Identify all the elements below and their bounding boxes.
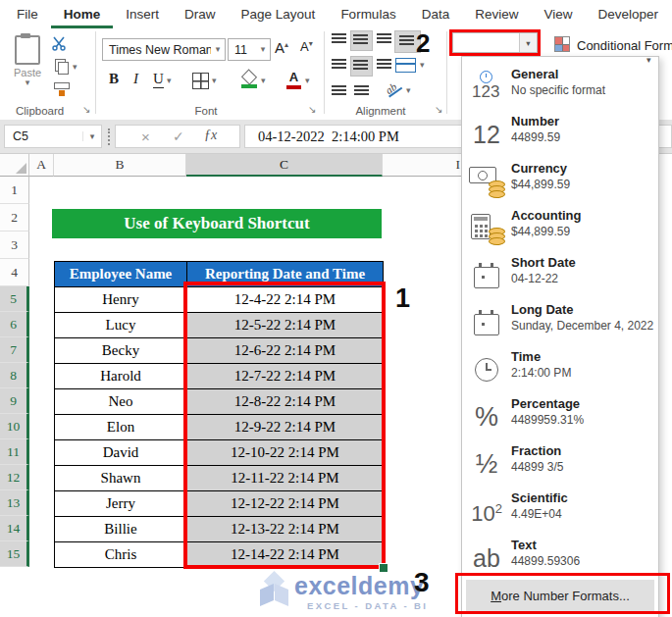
row-header-13[interactable]: 13 [0, 490, 29, 516]
select-all-corner[interactable] [0, 154, 29, 177]
cell-name[interactable]: Elon [55, 415, 187, 440]
annotation-box-more-formats [455, 573, 670, 614]
tab-review[interactable]: Review [462, 0, 531, 28]
chevron-down-icon[interactable]: ▾ [73, 63, 78, 72]
number-format-dropdown-button[interactable]: ▾ [519, 33, 537, 52]
insert-function-button[interactable]: ƒx [204, 128, 217, 143]
cancel-button[interactable]: × [141, 129, 150, 145]
font-dialog-launcher-icon[interactable]: ↘ [308, 104, 316, 115]
tab-view[interactable]: View [531, 0, 585, 28]
tab-home[interactable]: Home [51, 0, 114, 28]
chevron-down-icon[interactable]: ▾ [305, 77, 310, 85]
enter-button[interactable]: ✓ [173, 129, 184, 144]
fill-handle[interactable] [379, 563, 388, 573]
font-color-button[interactable]: A [286, 70, 301, 89]
cut-scissors-icon[interactable] [51, 35, 67, 51]
cell-name[interactable]: Jerry [55, 491, 187, 517]
row-header-9[interactable]: 9 [0, 388, 29, 414]
font-size-value: 11 [229, 43, 256, 57]
cell-name[interactable]: Becky [55, 338, 187, 364]
font-name-combobox[interactable]: Times New Roman ▾ [102, 38, 226, 61]
column-header-c[interactable]: C [186, 154, 383, 177]
cell-name[interactable]: Chris [55, 542, 187, 568]
tab-insert[interactable]: Insert [113, 0, 172, 28]
tab-draw[interactable]: Draw [172, 0, 229, 28]
bottom-align-button[interactable] [377, 33, 391, 45]
tab-file[interactable]: File [0, 0, 51, 28]
column-header-a[interactable]: A [29, 154, 54, 177]
align-left-button[interactable] [332, 59, 346, 71]
tab-formulas[interactable]: Formulas [328, 0, 408, 28]
orientation-button[interactable]: ab [384, 80, 399, 96]
fill-color-button[interactable] [241, 71, 257, 88]
bold-button[interactable]: B [109, 71, 119, 87]
cell-name[interactable]: Neo [55, 389, 187, 415]
row-header-2[interactable]: 2 [0, 204, 29, 231]
middle-align-button[interactable] [350, 30, 373, 51]
row-header-4[interactable]: 4 [0, 259, 29, 286]
font-size-combobox[interactable]: 11 ▾ [228, 38, 271, 61]
top-align-button[interactable] [332, 33, 346, 45]
format-option-time[interactable]: Time 2:14:00 PM [462, 347, 658, 392]
conditional-formatting-button[interactable]: Conditional Forma [577, 38, 672, 53]
row-header-10[interactable]: 10 [0, 414, 29, 439]
row-header-5[interactable]: 5 [0, 286, 29, 312]
row-header-6[interactable]: 6 [0, 312, 29, 337]
name-box[interactable]: C5 ▾ [4, 125, 102, 148]
tab-data[interactable]: Data [409, 0, 463, 28]
row-header-14[interactable]: 14 [0, 516, 29, 541]
number-format-combobox[interactable]: ▾ [452, 32, 538, 53]
format-option-long-date[interactable]: Long Date Sunday, December 4, 2022 [462, 300, 658, 345]
cell-name[interactable]: Lucy [55, 313, 187, 338]
cell-name[interactable]: Billie [55, 517, 187, 542]
column-header-b[interactable]: B [54, 154, 186, 177]
decrease-indent-button[interactable] [332, 85, 346, 97]
chevron-down-icon[interactable]: ▾ [646, 55, 651, 65]
row-header-7[interactable]: 7 [0, 337, 29, 363]
center-button[interactable] [350, 56, 373, 77]
underline-button[interactable]: U [153, 71, 164, 88]
borders-button[interactable] [192, 73, 209, 89]
chevron-down-icon[interactable]: ▾ [82, 131, 101, 141]
chevron-down-icon[interactable]: ▾ [212, 77, 217, 85]
format-option-fraction[interactable]: ½ Fraction 44899 3/5 [462, 441, 658, 487]
grow-font-button[interactable]: A▴ [275, 39, 288, 56]
format-painter-icon[interactable] [54, 82, 70, 96]
row-header-3[interactable]: 3 [0, 231, 29, 259]
align-right-button[interactable] [377, 59, 391, 71]
row-header-8[interactable]: 8 [0, 363, 29, 388]
italic-button[interactable]: I [133, 71, 138, 87]
cell-name[interactable]: Shawn [55, 466, 187, 491]
row-header-15[interactable]: 15 [0, 541, 29, 567]
format-option-percentage[interactable]: % Percentage 4489959.31% [462, 394, 658, 439]
paste-button[interactable]: Paste ▾ [6, 32, 49, 97]
tab-page-layout[interactable]: Page Layout [229, 0, 329, 28]
ribbon-tab-bar: File Home Insert Draw Page Layout Formul… [0, 0, 672, 28]
chevron-down-icon[interactable]: ▾ [420, 61, 425, 70]
format-option-accounting[interactable]: Accounting $44,899.59 [462, 206, 658, 251]
alignment-dialog-launcher-icon[interactable]: ↘ [435, 104, 442, 115]
merge-center-button[interactable] [395, 58, 416, 73]
format-option-short-date[interactable]: Short Date 04-12-22 [462, 253, 658, 298]
format-option-general[interactable]: 123 General No specific format [462, 65, 658, 110]
column-header-i[interactable]: I [383, 154, 473, 177]
cell-name[interactable]: David [55, 440, 187, 466]
shrink-font-button[interactable]: A▾ [300, 39, 313, 54]
format-option-currency[interactable]: Currency $44,899.59 [462, 159, 658, 204]
chevron-down-icon[interactable]: ▾ [167, 77, 172, 85]
format-option-number[interactable]: 12 Number 44899.59 [462, 112, 658, 157]
chevron-down-icon[interactable]: ▾ [261, 77, 266, 85]
cell-name[interactable]: Harold [55, 364, 187, 389]
cell-name[interactable]: Henry [55, 287, 187, 313]
row-header-1[interactable]: 1 [0, 177, 29, 204]
increase-indent-button[interactable] [354, 85, 369, 97]
clipboard-dialog-launcher-icon[interactable]: ↘ [82, 104, 90, 115]
row-header-12[interactable]: 12 [0, 465, 29, 490]
format-option-scientific[interactable]: 102 Scientific 4.49E+04 [462, 488, 658, 534]
exceldemy-logo-icon [258, 574, 291, 609]
table-header-name[interactable]: Employee Name [55, 262, 187, 287]
tab-developer[interactable]: Developer [585, 0, 671, 28]
chevron-down-icon[interactable]: ▾ [406, 86, 411, 95]
row-header-11[interactable]: 11 [0, 439, 29, 465]
copy-icon[interactable] [55, 59, 69, 75]
